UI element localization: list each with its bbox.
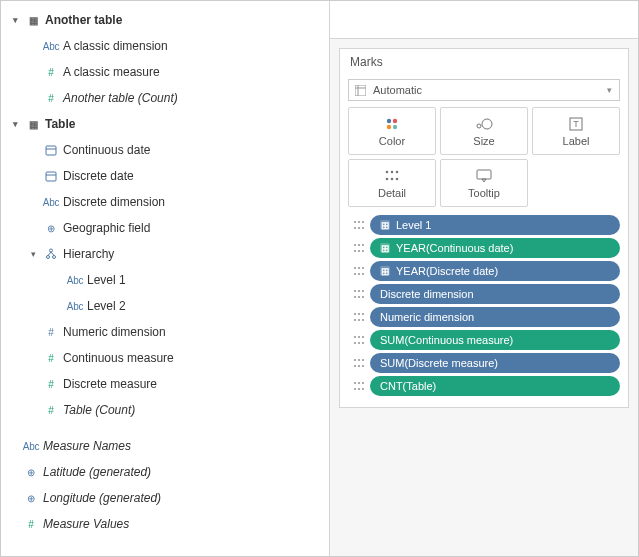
pill[interactable]: CNT(Table) — [370, 376, 620, 396]
shelf-label: Detail — [378, 187, 406, 199]
field-label: Measure Names — [43, 439, 131, 453]
field-row[interactable]: Abc Level 2 — [7, 293, 329, 319]
pill[interactable]: ⊞YEAR(Continuous date) — [370, 238, 620, 258]
svg-point-28 — [358, 221, 360, 223]
svg-point-55 — [358, 319, 360, 321]
data-pane[interactable]: ▾ ▦ Another table Abc A classic dimensio… — [1, 1, 329, 556]
detail-shelf[interactable]: Detail — [348, 159, 436, 207]
field-label: Level 1 — [87, 273, 126, 287]
mark-type-label: Automatic — [371, 84, 599, 96]
svg-point-16 — [477, 124, 481, 128]
detail-icon — [348, 266, 370, 276]
pill[interactable]: SUM(Discrete measure) — [370, 353, 620, 373]
pill-row[interactable]: SUM(Discrete measure) — [348, 353, 620, 373]
globe-icon: ⊕ — [19, 493, 43, 504]
field-row[interactable]: Abc Discrete dimension — [7, 189, 329, 215]
svg-point-62 — [362, 342, 364, 344]
svg-line-8 — [51, 252, 54, 256]
svg-point-56 — [362, 319, 364, 321]
dropdown-caret-icon: ▾ — [599, 85, 619, 95]
svg-point-47 — [362, 290, 364, 292]
pill[interactable]: SUM(Continuous measure) — [370, 330, 620, 350]
color-shelf[interactable]: Color — [348, 107, 436, 155]
svg-rect-2 — [46, 172, 56, 181]
field-row[interactable]: ⊕ Geographic field — [7, 215, 329, 241]
pill-label: YEAR(Continuous date) — [396, 242, 513, 254]
pill-row[interactable]: CNT(Table) — [348, 376, 620, 396]
label-shelf[interactable]: T Label — [532, 107, 620, 155]
expand-icon[interactable]: ⊞ — [380, 266, 390, 276]
field-row[interactable]: # Measure Values — [7, 511, 329, 537]
pill-row[interactable]: ⊞YEAR(Continuous date) — [348, 238, 620, 258]
pill-list: ⊞Level 1 ⊞YEAR(Continuous date) ⊞YEAR(Di… — [340, 213, 628, 396]
hierarchy-row[interactable]: ▾ Hierarchy — [7, 241, 329, 267]
numeric-dimension-icon: # — [39, 327, 63, 338]
field-row[interactable]: # Numeric dimension — [7, 319, 329, 345]
svg-point-58 — [358, 336, 360, 338]
field-row[interactable]: # Table (Count) — [7, 397, 329, 423]
date-icon — [39, 170, 63, 182]
field-label: A classic dimension — [63, 39, 168, 53]
field-row[interactable]: Abc A classic dimension — [7, 33, 329, 59]
table-header[interactable]: ▾ ▦ Table — [7, 111, 329, 137]
svg-point-46 — [358, 290, 360, 292]
svg-point-24 — [391, 177, 394, 180]
pill-row[interactable]: ⊞Level 1 — [348, 215, 620, 235]
field-row[interactable]: # Continuous measure — [7, 345, 329, 371]
svg-point-52 — [358, 313, 360, 315]
svg-point-44 — [362, 273, 364, 275]
pill-row[interactable]: SUM(Continuous measure) — [348, 330, 620, 350]
pill[interactable]: Discrete dimension — [370, 284, 620, 304]
field-row[interactable]: Discrete date — [7, 163, 329, 189]
pill-label: SUM(Discrete measure) — [380, 357, 498, 369]
svg-point-48 — [354, 296, 356, 298]
pill[interactable]: Numeric dimension — [370, 307, 620, 327]
marks-card: Marks Automatic ▾ Color — [339, 48, 629, 408]
svg-point-69 — [354, 382, 356, 384]
svg-point-12 — [387, 118, 391, 122]
pill[interactable]: ⊞Level 1 — [370, 215, 620, 235]
shelves-panel: Marks Automatic ▾ Color — [329, 1, 638, 556]
measure-icon: # — [39, 353, 63, 364]
pill-row[interactable]: Discrete dimension — [348, 284, 620, 304]
field-row[interactable]: ⊕ Longitude (generated) — [7, 485, 329, 511]
svg-point-21 — [391, 170, 394, 173]
field-row[interactable]: Abc Level 1 — [7, 267, 329, 293]
svg-point-68 — [362, 365, 364, 367]
svg-point-38 — [362, 250, 364, 252]
mark-type-selector[interactable]: Automatic ▾ — [348, 79, 620, 101]
text-field-icon: Abc — [39, 197, 63, 208]
pill-label: SUM(Continuous measure) — [380, 334, 513, 346]
svg-point-31 — [358, 227, 360, 229]
svg-point-59 — [362, 336, 364, 338]
expand-icon[interactable]: ⊞ — [380, 243, 390, 253]
text-field-icon: Abc — [63, 301, 87, 312]
field-row[interactable]: Abc Measure Names — [7, 433, 329, 459]
field-row[interactable]: # Another table (Count) — [7, 85, 329, 111]
field-row[interactable]: # A classic measure — [7, 59, 329, 85]
svg-point-36 — [354, 250, 356, 252]
globe-icon: ⊕ — [19, 467, 43, 478]
svg-point-72 — [354, 388, 356, 390]
marks-title: Marks — [340, 49, 628, 75]
field-row[interactable]: Continuous date — [7, 137, 329, 163]
globe-icon: ⊕ — [39, 223, 63, 234]
field-label: Discrete dimension — [63, 195, 165, 209]
pill-row[interactable]: Numeric dimension — [348, 307, 620, 327]
caret-down-icon: ▾ — [9, 15, 21, 25]
svg-point-30 — [354, 227, 356, 229]
field-row[interactable]: ⊕ Latitude (generated) — [7, 459, 329, 485]
pill-row[interactable]: ⊞YEAR(Discrete date) — [348, 261, 620, 281]
expand-icon[interactable]: ⊞ — [380, 220, 390, 230]
measure-icon: # — [39, 379, 63, 390]
svg-point-22 — [396, 170, 399, 173]
table-header[interactable]: ▾ ▦ Another table — [7, 7, 329, 33]
size-shelf[interactable]: Size — [440, 107, 528, 155]
field-row[interactable]: # Discrete measure — [7, 371, 329, 397]
tooltip-shelf[interactable]: Tooltip — [440, 159, 528, 207]
svg-point-41 — [362, 267, 364, 269]
svg-point-29 — [362, 221, 364, 223]
field-label: A classic measure — [63, 65, 160, 79]
pill[interactable]: ⊞YEAR(Discrete date) — [370, 261, 620, 281]
pill-label: Numeric dimension — [380, 311, 474, 323]
